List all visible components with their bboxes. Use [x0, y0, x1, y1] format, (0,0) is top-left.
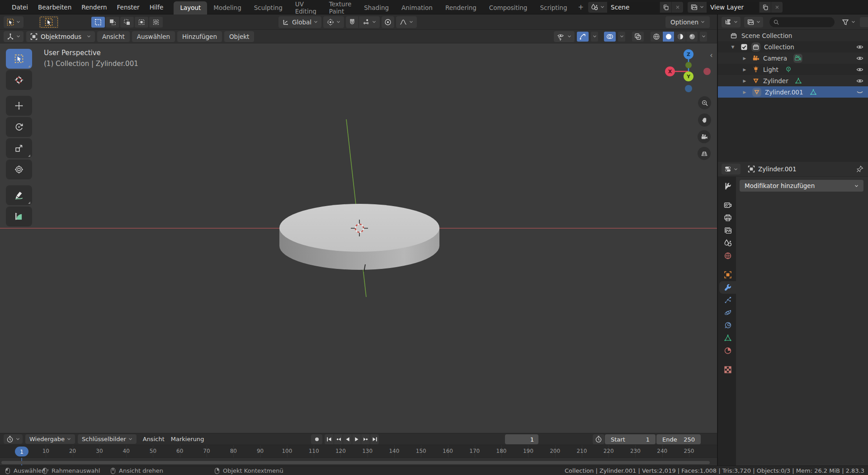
outliner-item-label[interactable]: Collection	[764, 43, 794, 51]
intersect-select-mode[interactable]	[149, 17, 163, 28]
properties-tab-texture[interactable]	[719, 363, 736, 376]
annotate-tool[interactable]	[6, 185, 32, 205]
menu-bearbeiten[interactable]: Bearbeiten	[33, 2, 76, 13]
scale-tool[interactable]	[6, 138, 32, 158]
pan-button[interactable]	[698, 113, 711, 127]
tab-compositing[interactable]: Compositing	[483, 1, 534, 14]
properties-tab-particles[interactable]	[719, 294, 736, 306]
scene-browse-button[interactable]	[588, 2, 607, 13]
caret-down-icon[interactable]: ▼	[730, 45, 736, 49]
shading-solid-button[interactable]	[662, 32, 674, 42]
caret-right-icon[interactable]: ▶	[741, 90, 748, 94]
mode-dropdown[interactable]: Objektmodus	[26, 31, 95, 42]
proportional-edit-toggle[interactable]	[382, 16, 394, 28]
object-visibility-dropdown[interactable]	[554, 31, 575, 42]
view-layer-copy-button[interactable]	[759, 2, 771, 13]
add-workspace-button[interactable]: +	[573, 3, 588, 11]
properties-tab-data[interactable]	[719, 332, 736, 344]
extend-select-mode[interactable]	[106, 17, 119, 28]
cursor-tool[interactable]	[6, 70, 32, 90]
frame-start-field[interactable]: Start1	[605, 434, 656, 444]
caret-right-icon[interactable]: ▶	[741, 67, 748, 72]
shading-wireframe-button[interactable]	[651, 32, 662, 42]
viewport-3d[interactable]: User Perspective (1) Collection | Zylind…	[0, 43, 717, 433]
gizmo-dropdown[interactable]	[591, 32, 598, 42]
tab-shading[interactable]: Shading	[358, 1, 395, 14]
properties-tab-output[interactable]	[719, 212, 736, 224]
active-tool-button[interactable]	[39, 16, 59, 28]
axis-x-neg-ball[interactable]	[703, 68, 711, 75]
record-button[interactable]	[311, 434, 322, 444]
shading-material-button[interactable]	[674, 32, 686, 42]
outliner-row-camera[interactable]: ▶Camera	[718, 52, 868, 64]
select-box-tool[interactable]	[6, 49, 32, 69]
snap-target-dropdown[interactable]	[359, 16, 380, 28]
menu-datei[interactable]: Datei	[7, 2, 33, 13]
tab-uv-editing[interactable]: UV Editing	[289, 1, 323, 14]
eye-open-icon[interactable]	[856, 77, 863, 85]
jump-to-start-button[interactable]	[325, 434, 334, 444]
outliner-row-zylinder-001[interactable]: ▶Zylinder.001	[718, 86, 868, 98]
shading-dropdown[interactable]	[700, 32, 707, 42]
caret-right-icon[interactable]: ▶	[741, 56, 748, 61]
overlays-dropdown[interactable]	[618, 32, 625, 42]
outliner-display-mode-button[interactable]	[744, 17, 763, 28]
ortho-perspective-button[interactable]	[698, 147, 711, 160]
tab-layout[interactable]: Layout	[174, 1, 207, 14]
pin-icon[interactable]	[856, 165, 863, 173]
properties-tab-physics[interactable]	[719, 306, 736, 319]
shading-rendered-button[interactable]	[686, 32, 698, 42]
tab-animation[interactable]: Animation	[395, 1, 439, 14]
viewport-menu-ausw-hlen[interactable]: Auswählen	[132, 31, 175, 42]
sidebar-collapse-arrow[interactable]: ‹	[710, 51, 713, 60]
camera-view-button[interactable]	[698, 130, 711, 143]
next-keyframe-button[interactable]	[361, 434, 370, 444]
timeline-editor-type-button[interactable]	[4, 434, 23, 444]
properties-tab-view-layer[interactable]	[719, 224, 736, 237]
outliner-row-light[interactable]: ▶Light	[718, 64, 868, 75]
properties-tab-constraints[interactable]	[719, 319, 736, 332]
invert-select-mode[interactable]	[135, 17, 148, 28]
properties-tab-render[interactable]	[719, 199, 736, 212]
falloff-dropdown[interactable]	[396, 16, 417, 28]
axis-z-neg-ball[interactable]	[685, 85, 692, 92]
play-reverse-button[interactable]	[343, 434, 352, 444]
timeline-track-area[interactable]	[0, 458, 717, 466]
cylinder-object[interactable]	[279, 204, 439, 270]
editor-type-button[interactable]	[4, 31, 24, 42]
tool-fallback-dropdown[interactable]	[4, 16, 24, 28]
xray-toggle[interactable]	[632, 32, 644, 42]
viewport-menu-objekt[interactable]: Objekt	[224, 31, 254, 42]
tab-rendering[interactable]: Rendering	[439, 1, 483, 14]
timeline-ruler[interactable]: 1 10203040506070809010011012013014015016…	[0, 445, 717, 458]
tab-scripting[interactable]: Scripting	[533, 1, 573, 14]
navigation-gizmo[interactable]: Z X Y	[658, 43, 717, 95]
view-layer-browse-button[interactable]	[688, 2, 707, 13]
outliner-item-label[interactable]: Zylinder.001	[765, 89, 803, 96]
play-button[interactable]	[352, 434, 361, 444]
properties-tab-object[interactable]	[719, 268, 736, 281]
properties-tab-modifiers[interactable]	[719, 281, 736, 294]
rotate-tool[interactable]	[6, 117, 32, 137]
view-layer-unlink-button[interactable]	[771, 2, 783, 13]
axis-y-neg-ball[interactable]	[685, 62, 692, 68]
zoom-button[interactable]	[698, 96, 711, 109]
menu-fenster[interactable]: Fenster	[112, 2, 145, 13]
view-layer-name-field[interactable]: View Layer	[707, 2, 759, 13]
current-frame-indicator[interactable]: 1	[15, 447, 28, 456]
subtract-select-mode[interactable]	[120, 17, 134, 28]
snap-toggle[interactable]	[346, 16, 359, 28]
eye-open-icon[interactable]	[856, 55, 863, 62]
timeline-scrollbar[interactable]	[1, 461, 710, 464]
outliner-item-label[interactable]: Camera	[763, 55, 787, 62]
keying-menu[interactable]: Schlüsselbilder	[78, 434, 137, 444]
playback-menu[interactable]: Wiedergabe	[25, 434, 75, 444]
properties-tab-world[interactable]	[719, 249, 736, 262]
measure-tool[interactable]	[6, 207, 32, 226]
menu-hilfe[interactable]: Hilfe	[145, 2, 169, 13]
options-dropdown[interactable]: Optionen	[665, 16, 710, 28]
outliner-search-input[interactable]	[769, 17, 835, 27]
outliner-item-label[interactable]: Zylinder	[763, 77, 788, 85]
properties-editor-type-button[interactable]	[722, 164, 741, 174]
viewport-menu-ansicht[interactable]: Ansicht	[97, 31, 130, 42]
